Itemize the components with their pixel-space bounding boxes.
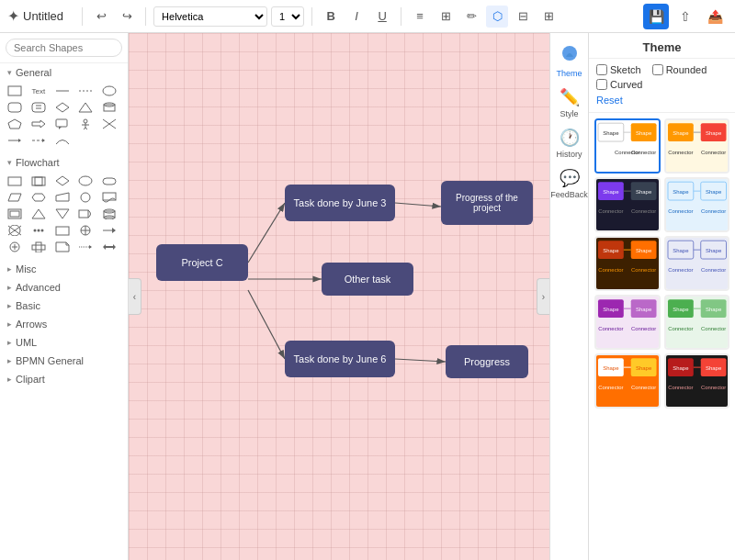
- shape-person[interactable]: [76, 117, 95, 131]
- fc-arrow-right2[interactable]: [100, 223, 119, 238]
- theme-card-5[interactable]: Shape Shape Connector Connector: [594, 236, 661, 291]
- fc-manual[interactable]: [53, 190, 72, 205]
- node-task-june6[interactable]: Task done by June 6: [285, 341, 395, 377]
- shape-ellipse[interactable]: [100, 84, 119, 98]
- sketch-checkbox[interactable]: Sketch: [596, 64, 641, 75]
- redo-button[interactable]: ↪: [116, 6, 138, 28]
- theme-card-4[interactable]: Shape Shape Connector Connector: [664, 177, 730, 232]
- fc-sum[interactable]: [76, 223, 95, 238]
- connect-button[interactable]: ⬡: [486, 6, 508, 28]
- fc-cross2[interactable]: [29, 240, 48, 254]
- section-bpmn[interactable]: ▸ BPMN General: [0, 352, 128, 370]
- shape-connector[interactable]: [6, 133, 24, 148]
- more-button[interactable]: ⊞: [537, 6, 560, 28]
- undo-button[interactable]: ↩: [90, 6, 112, 28]
- shape-diamond[interactable]: [53, 100, 72, 115]
- style-button[interactable]: ✏: [460, 6, 482, 28]
- shape-callout[interactable]: [53, 117, 72, 131]
- shape-cross[interactable]: [100, 117, 119, 131]
- theme-card-10[interactable]: Shape Shape Connector Connector: [664, 353, 730, 409]
- shape-triangle[interactable]: [76, 100, 95, 115]
- theme-card-8[interactable]: Shape Shape Connector Connector: [664, 295, 730, 350]
- curved-checkbox[interactable]: Curved: [596, 79, 642, 90]
- shape-connector3[interactable]: [53, 133, 72, 148]
- fc-dbl-border[interactable]: [6, 207, 24, 221]
- sketch-checkbox-input[interactable]: [596, 64, 607, 75]
- history-icon: 🕐: [560, 128, 580, 148]
- shape-line[interactable]: [53, 84, 72, 98]
- rounded-checkbox[interactable]: Rounded: [652, 64, 707, 75]
- table-button[interactable]: ⊟: [512, 6, 534, 28]
- fc-connector[interactable]: [76, 190, 95, 205]
- fc-x[interactable]: [6, 223, 24, 238]
- shape-rounded-rect[interactable]: [6, 100, 24, 115]
- section-misc[interactable]: ▸ Misc: [0, 260, 128, 278]
- sidebar-style-button[interactable]: ✏️ Style: [553, 84, 586, 122]
- fc-process[interactable]: [29, 174, 48, 188]
- shape-dash-line[interactable]: [76, 84, 95, 98]
- fc-arrow-double[interactable]: [100, 240, 119, 254]
- fc-doc[interactable]: [100, 190, 119, 205]
- fc-rect[interactable]: [6, 174, 24, 188]
- fc-database[interactable]: [100, 207, 119, 221]
- shape-rect[interactable]: [6, 84, 24, 98]
- node-other-task[interactable]: Other task: [322, 263, 413, 296]
- section-arrows[interactable]: ▸ Arrows: [0, 315, 128, 333]
- section-clipart[interactable]: ▸ Clipart: [0, 370, 128, 388]
- section-flowchart[interactable]: ▾ Flowchart: [0, 153, 128, 172]
- fc-dots[interactable]: [29, 223, 48, 238]
- theme-card-7[interactable]: Shape Shape Connector Connector: [594, 295, 661, 350]
- fc-delay[interactable]: [76, 207, 95, 221]
- node-proggress[interactable]: Proggress: [446, 345, 528, 378]
- fc-plus-circle[interactable]: [6, 240, 24, 254]
- theme-card-2[interactable]: Shape Shape Connector Connector: [664, 118, 730, 174]
- insert-button[interactable]: ⊞: [435, 6, 457, 28]
- font-selector[interactable]: Helvetica Arial Times New Roman: [153, 6, 267, 27]
- collapse-left-button[interactable]: ‹: [129, 278, 141, 315]
- italic-button[interactable]: I: [345, 6, 368, 28]
- fc-prep[interactable]: [29, 190, 48, 205]
- node-project-c[interactable]: Project C: [156, 244, 248, 281]
- rounded-checkbox-input[interactable]: [652, 64, 663, 75]
- section-general[interactable]: ▾ General: [0, 63, 128, 82]
- shape-rounded-rect2[interactable]: [29, 100, 48, 115]
- shape-text[interactable]: Text: [29, 84, 48, 98]
- fc-merge[interactable]: [53, 207, 72, 221]
- section-uml[interactable]: ▸ UML: [0, 333, 128, 352]
- reset-button[interactable]: Reset: [596, 95, 623, 106]
- theme-card-1[interactable]: Shape Shape Connector Connector: [594, 118, 661, 174]
- node-task-june3[interactable]: Task done by June 3: [285, 185, 395, 221]
- share-button[interactable]: ⇧: [673, 4, 698, 29]
- section-advanced[interactable]: ▸ Advanced: [0, 278, 128, 297]
- fc-rect2[interactable]: [53, 223, 72, 238]
- fc-long-arrow[interactable]: [76, 240, 95, 254]
- node-progress[interactable]: Progress of the project: [441, 181, 533, 225]
- fc-extract[interactable]: [29, 207, 48, 221]
- fc-note[interactable]: [53, 240, 72, 254]
- shape-pentagon[interactable]: [6, 117, 24, 131]
- fc-start[interactable]: [76, 174, 95, 188]
- fc-term[interactable]: [100, 174, 119, 188]
- canvas-area[interactable]: ‹ › Project C Task done by June 3 Progre…: [129, 33, 549, 560]
- fc-io[interactable]: [6, 190, 24, 205]
- theme-card-3[interactable]: Shape Shape Connector Connector: [594, 177, 661, 232]
- collapse-right-button[interactable]: ›: [537, 278, 549, 315]
- curved-checkbox-input[interactable]: [596, 79, 607, 90]
- shape-cylinder[interactable]: [100, 100, 119, 115]
- shape-arrow-right[interactable]: [29, 117, 48, 131]
- font-size-selector[interactable]: 12 14 16: [271, 6, 304, 27]
- search-input[interactable]: [6, 39, 122, 57]
- export-button[interactable]: 📤: [702, 4, 728, 29]
- sidebar-history-button[interactable]: 🕐 History: [553, 124, 586, 162]
- save-button[interactable]: 💾: [643, 4, 669, 29]
- theme-card-6[interactable]: Shape Shape Connector Connector: [664, 236, 730, 291]
- theme-card-9[interactable]: Shape Shape Connector Connector: [594, 353, 661, 409]
- sidebar-theme-button[interactable]: Theme: [553, 40, 586, 82]
- align-button[interactable]: ≡: [409, 6, 431, 28]
- bold-button[interactable]: B: [320, 6, 342, 28]
- underline-button[interactable]: U: [371, 6, 393, 28]
- fc-decision[interactable]: [53, 174, 72, 188]
- shape-connector2[interactable]: [29, 133, 48, 148]
- sidebar-feedback-button[interactable]: 💬 FeedBack: [553, 164, 586, 203]
- section-basic[interactable]: ▸ Basic: [0, 297, 128, 315]
